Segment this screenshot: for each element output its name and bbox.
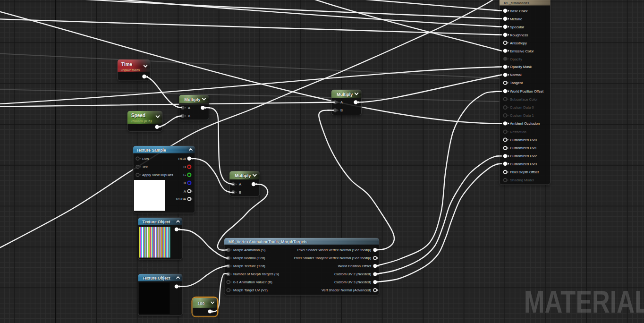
svg-text:100: 100 [197, 301, 204, 306]
svg-text:Ambient Occlusion: Ambient Occlusion [510, 121, 540, 126]
svg-text:Number of Morph Targets (S): Number of Morph Targets (S) [233, 272, 279, 276]
svg-text:Normal: Normal [510, 73, 522, 77]
svg-text:RL_Standard1: RL_Standard1 [504, 1, 530, 5]
svg-text:B: B [188, 114, 190, 118]
svg-text:Customized UV3: Customized UV3 [510, 162, 537, 166]
svg-text:B: B [239, 190, 241, 195]
svg-text:Pixel Shader Tangent Vertex No: Pixel Shader Tangent Vertex Normal (See … [294, 256, 372, 260]
svg-text:Param (0.5): Param (0.5) [131, 119, 152, 123]
svg-text:Pixel Shader World Vertex Norm: Pixel Shader World Vertex Normal (See to… [297, 248, 372, 252]
svg-text:Multiply: Multiply [235, 173, 251, 178]
svg-text:A: A [239, 182, 241, 187]
svg-text:Input Data: Input Data [121, 68, 140, 72]
svg-text:B: B [184, 181, 186, 185]
svg-text:Multiply: Multiply [337, 92, 353, 97]
svg-text:Opacity Mask: Opacity Mask [510, 65, 532, 69]
svg-text:Vert shader Normal (Advanced): Vert shader Normal (Advanced) [322, 288, 372, 292]
svg-text:Morph Target UV (V2): Morph Target UV (V2) [233, 288, 268, 292]
svg-text:RGBA: RGBA [176, 197, 186, 201]
svg-text:MATERIAL: MATERIAL [524, 284, 644, 319]
svg-text:A: A [188, 106, 190, 110]
svg-text:Morph Texture (T2d): Morph Texture (T2d) [233, 264, 265, 268]
svg-text:B: B [340, 108, 343, 112]
svg-text:Time: Time [121, 62, 133, 67]
svg-text:R: R [184, 165, 186, 169]
svg-text:MS_VertexAnimationTools_MorphT: MS_VertexAnimationTools_MorphTargets [229, 239, 308, 244]
svg-text:Custom Data 1: Custom Data 1 [510, 113, 534, 118]
svg-text:Texture Sample: Texture Sample [136, 148, 166, 153]
svg-text:Apply View MipBias: Apply View MipBias [142, 173, 173, 177]
svg-text:World Position Offset: World Position Offset [510, 89, 544, 94]
svg-text:Roughness: Roughness [510, 33, 528, 37]
svg-text:Tangent: Tangent [510, 81, 523, 85]
svg-text:Metallic: Metallic [510, 17, 522, 21]
svg-text:Pixel Depth Offset: Pixel Depth Offset [510, 170, 539, 174]
svg-text:UVs: UVs [142, 157, 149, 161]
svg-text:Refraction: Refraction [510, 130, 526, 134]
svg-text:Texture Object: Texture Object [143, 220, 170, 224]
svg-text:World Position Offset: World Position Offset [338, 264, 372, 268]
svg-text:Subsurface Color: Subsurface Color [510, 97, 538, 102]
svg-text:Texture Object: Texture Object [143, 276, 170, 280]
svg-text:G: G [183, 173, 186, 177]
svg-text:Custom UV 3 (Needed): Custom UV 3 (Needed) [334, 280, 371, 284]
svg-text:Speed: Speed [131, 113, 145, 118]
svg-text:Customized UV1: Customized UV1 [510, 146, 537, 150]
svg-text:Shading Model: Shading Model [510, 178, 534, 182]
svg-text:RGB: RGB [178, 157, 186, 161]
svg-text:Morph Normal (T2d): Morph Normal (T2d) [233, 256, 265, 260]
svg-text:Opacity: Opacity [510, 57, 522, 61]
svg-text:Customized UV2: Customized UV2 [510, 154, 537, 158]
svg-text:Specular: Specular [510, 25, 524, 29]
svg-text:A: A [340, 100, 343, 104]
svg-text:Tex: Tex [142, 165, 148, 169]
svg-text:Custom Data 0: Custom Data 0 [510, 105, 534, 110]
svg-text:Morph Animation (S): Morph Animation (S) [233, 248, 266, 252]
svg-text:A: A [184, 189, 186, 194]
svg-text:Multiply: Multiply [185, 97, 201, 102]
svg-text:0-1 Animation Value? (B): 0-1 Animation Value? (B) [233, 280, 272, 284]
svg-text:Base Color: Base Color [510, 9, 528, 13]
svg-text:Customized UV0: Customized UV0 [510, 138, 537, 142]
svg-text:Custom UV 2 (Needed): Custom UV 2 (Needed) [334, 272, 371, 276]
svg-text:Emissive Color: Emissive Color [510, 49, 534, 53]
svg-text:Anisotropy: Anisotropy [510, 41, 527, 45]
